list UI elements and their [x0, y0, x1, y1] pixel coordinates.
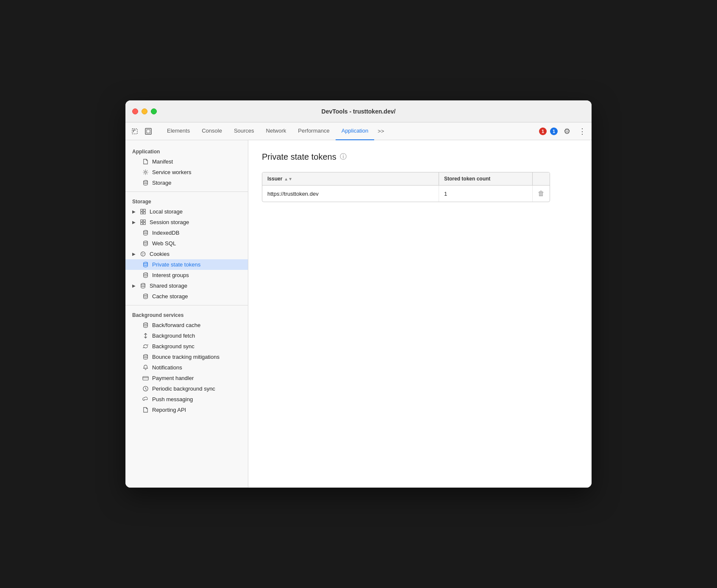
svg-point-21	[141, 283, 145, 285]
sidebar-item-reporting-api[interactable]: Reporting API	[125, 405, 248, 415]
toolbar: Elements Console Sources Network Perform…	[125, 122, 592, 140]
minimize-button[interactable]	[142, 108, 147, 114]
info-icon[interactable]: ⓘ	[340, 153, 347, 161]
sidebar-item-background-fetch[interactable]: Background fetch	[125, 330, 248, 341]
sidebar-item-cookies-label: Cookies	[150, 251, 170, 257]
tab-sources[interactable]: Sources	[228, 122, 260, 140]
database-icon-bounce	[142, 354, 149, 360]
svg-point-13	[144, 230, 147, 232]
tab-console[interactable]: Console	[196, 122, 228, 140]
sidebar-item-reporting-api-label: Reporting API	[152, 407, 186, 413]
grid-icon-local	[140, 208, 146, 215]
svg-rect-25	[143, 377, 148, 380]
svg-point-24	[144, 355, 147, 356]
sidebar-item-service-workers-label: Service workers	[152, 169, 191, 175]
info-badge[interactable]: 1	[550, 128, 558, 135]
svg-point-16	[142, 253, 143, 254]
tab-application[interactable]: Application	[336, 122, 375, 140]
close-button[interactable]	[132, 108, 138, 114]
sidebar-item-web-sql[interactable]: Web SQL	[125, 238, 248, 249]
sidebar-item-indexeddb[interactable]: IndexedDB	[125, 227, 248, 238]
content-title: Private state tokens ⓘ	[262, 152, 578, 162]
tab-network[interactable]: Network	[260, 122, 292, 140]
more-options-icon[interactable]: ⋮	[576, 125, 588, 137]
cookie-icon	[140, 251, 146, 257]
cloud-icon	[142, 396, 149, 402]
settings-icon[interactable]: ⚙	[561, 125, 573, 137]
sidebar-item-cookies[interactable]: ▶ Cookies	[125, 249, 248, 259]
arrow-updown-icon	[142, 333, 149, 339]
database-icon-cache	[142, 293, 149, 300]
sidebar-item-payment-handler[interactable]: Payment handler	[125, 373, 248, 383]
arrow-right-icon-shared: ▶	[132, 283, 136, 288]
sidebar-item-background-sync[interactable]: Background sync	[125, 341, 248, 352]
svg-rect-12	[143, 222, 145, 225]
svg-rect-1	[145, 128, 151, 134]
sidebar-item-shared-storage[interactable]: ▶ Shared storage	[125, 280, 248, 291]
database-icon-interest	[142, 272, 149, 278]
content-area: Private state tokens ⓘ Issuer ▲▼ Stored …	[248, 140, 592, 488]
maximize-button[interactable]	[151, 108, 157, 114]
sort-icon: ▲▼	[284, 177, 292, 181]
divider-2	[125, 305, 248, 305]
cursor-icon[interactable]	[129, 125, 141, 137]
sidebar-item-manifest-label: Manifest	[152, 158, 173, 165]
table-row: https://trusttoken.dev 1 🗑	[262, 186, 550, 202]
svg-point-23	[144, 323, 147, 325]
file-icon-reporting	[142, 407, 149, 413]
delete-icon[interactable]: 🗑	[537, 189, 545, 198]
sidebar-item-storage-app[interactable]: Storage	[125, 178, 248, 188]
arrow-right-icon: ▶	[132, 209, 136, 214]
sidebar-item-cache-storage[interactable]: Cache storage	[125, 291, 248, 302]
arrow-right-icon-cookies: ▶	[132, 252, 136, 256]
devtools-window: DevTools - trusttoken.dev/ Elements Cons…	[125, 100, 592, 488]
database-icon-websql	[142, 240, 149, 247]
gear-icon	[142, 169, 149, 175]
error-badge[interactable]: 1	[539, 128, 547, 135]
error-count: 1	[539, 128, 547, 135]
sidebar-item-interest-groups-label: Interest groups	[152, 272, 189, 278]
sidebar-item-storage-app-label: Storage	[152, 180, 172, 186]
cell-actions: 🗑	[533, 186, 550, 202]
sync-icon	[142, 343, 149, 349]
sidebar-item-notifications[interactable]: Notifications	[125, 362, 248, 373]
sidebar-item-local-storage[interactable]: ▶ Local storage	[125, 206, 248, 217]
sidebar-item-periodic-background-sync[interactable]: Periodic background sync	[125, 383, 248, 394]
column-issuer-label: Issuer	[267, 176, 282, 182]
svg-point-20	[144, 273, 147, 275]
sidebar-item-service-workers[interactable]: Service workers	[125, 167, 248, 178]
database-icon	[142, 180, 149, 186]
sidebar-item-cache-storage-label: Cache storage	[152, 293, 188, 300]
svg-rect-7	[141, 212, 143, 214]
svg-point-18	[142, 254, 143, 255]
sidebar-item-push-messaging[interactable]: Push messaging	[125, 394, 248, 405]
sidebar-item-session-storage-label: Session storage	[150, 219, 189, 225]
more-tabs-button[interactable]: >>	[374, 122, 387, 140]
svg-point-15	[141, 252, 145, 256]
sidebar-item-bounce-tracking[interactable]: Bounce tracking mitigations	[125, 352, 248, 362]
toolbar-right: 1 1 ⚙ ⋮	[536, 125, 588, 137]
titlebar: DevTools - trusttoken.dev/	[125, 100, 592, 122]
sidebar-item-shared-storage-label: Shared storage	[150, 283, 187, 289]
sidebar-item-back-forward-cache[interactable]: Back/forward cache	[125, 320, 248, 330]
tab-performance[interactable]: Performance	[292, 122, 335, 140]
svg-point-3	[145, 171, 147, 173]
data-table: Issuer ▲▼ Stored token count https://tru…	[262, 172, 550, 202]
sidebar-item-manifest[interactable]: Manifest	[125, 156, 248, 167]
arrow-right-icon-session: ▶	[132, 220, 136, 225]
inspect-icon[interactable]	[142, 125, 154, 137]
window-title: DevTools - trusttoken.dev/	[322, 108, 396, 115]
svg-rect-6	[143, 209, 145, 211]
sidebar-item-private-state-tokens-label: Private state tokens	[152, 261, 200, 268]
section-label-application: Application	[125, 145, 248, 156]
sidebar-item-interest-groups[interactable]: Interest groups	[125, 270, 248, 280]
sidebar-item-web-sql-label: Web SQL	[152, 240, 176, 247]
sidebar-item-session-storage[interactable]: ▶ Session storage	[125, 217, 248, 227]
sidebar-item-background-fetch-label: Background fetch	[152, 333, 195, 339]
toolbar-icon-group	[129, 125, 159, 137]
sidebar-item-local-storage-label: Local storage	[150, 208, 183, 215]
column-header-issuer[interactable]: Issuer ▲▼	[262, 172, 439, 185]
sidebar-item-private-state-tokens[interactable]: Private state tokens	[125, 259, 248, 270]
tab-elements[interactable]: Elements	[161, 122, 196, 140]
svg-rect-8	[143, 212, 145, 214]
